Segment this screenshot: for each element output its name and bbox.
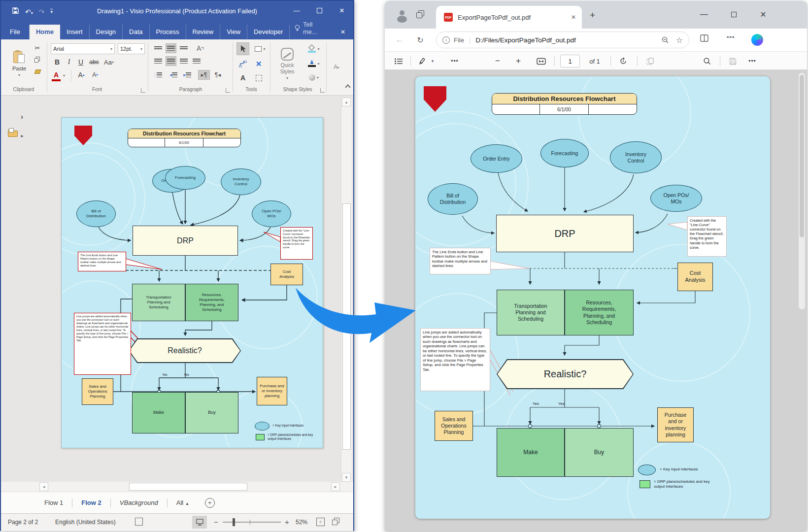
align-right-icon[interactable] [178, 56, 189, 66]
refresh-icon[interactable]: ↻ [413, 33, 427, 46]
stencil-icon[interactable]: ▸ [8, 129, 23, 139]
zoom-out-icon[interactable]: − [214, 518, 218, 526]
pen-dropdown-icon[interactable]: ▾ [428, 55, 437, 67]
shape-bill-of-distribution[interactable]: Bill of Distribution [76, 200, 116, 227]
tab-home[interactable]: Home [30, 25, 60, 39]
rotate-icon[interactable] [616, 55, 630, 67]
tab-insert[interactable]: Insert [60, 25, 90, 39]
connection-point-tool-icon[interactable]: ✕ [252, 58, 265, 70]
cut-icon[interactable]: ✂ [33, 43, 42, 52]
title-banner[interactable]: Distribution Resources Flowchart 6/1/00 [128, 129, 241, 147]
fill-icon[interactable]: ▾ [305, 43, 322, 54]
pd-more-icon[interactable]: ••• [448, 55, 462, 67]
presentation-mode-icon[interactable] [192, 516, 207, 529]
scroll-right-icon[interactable]: ▸ [331, 482, 340, 491]
tell-me-box[interactable]: Tell me... [290, 17, 333, 39]
tab-review[interactable]: Review [186, 25, 221, 39]
pdf-zoom-in-icon[interactable]: + [512, 55, 525, 67]
hscroll-thumb[interactable] [129, 483, 247, 491]
close-button[interactable]: ✕ [331, 1, 353, 20]
pdf-scroll-thumb[interactable] [800, 75, 804, 237]
toc-icon[interactable] [392, 55, 405, 67]
format-painter-icon[interactable] [33, 67, 42, 76]
address-url[interactable]: D:/Files/ExportPageToPdf_out.pdf [475, 36, 661, 44]
copy-icon[interactable] [33, 55, 42, 64]
font-color-dropdown[interactable]: ▾ [61, 71, 67, 80]
pdf-search-icon[interactable] [700, 55, 714, 67]
edge-close-button[interactable]: ✕ [752, 7, 774, 22]
connector-tool-icon[interactable] [236, 58, 249, 70]
underline-button[interactable]: U [76, 57, 86, 67]
tab-close-icon[interactable]: ✕ [571, 14, 576, 21]
undo-icon[interactable]: ↶▾ [25, 8, 33, 15]
shape-transportation[interactable]: Transportation Planning and Scheduling [132, 284, 185, 321]
callout-line-ends[interactable]: The Line Ends button and Line Pattern bu… [78, 252, 126, 271]
shape-forecasting[interactable]: Forecasting [165, 166, 205, 190]
transform-tool-icon[interactable] [252, 72, 265, 84]
save-icon[interactable] [12, 7, 19, 16]
font-dialog-launcher-icon[interactable] [141, 88, 145, 93]
font-name-select[interactable]: Arial▾ [51, 43, 115, 54]
scroll-up-icon[interactable]: ▴ [342, 98, 351, 106]
scroll-left-icon[interactable]: ◂ [39, 482, 48, 491]
bold-button[interactable]: B [52, 57, 62, 67]
zoom-slider[interactable] [223, 522, 281, 523]
decrease-indent-icon[interactable]: ◂ [168, 70, 179, 80]
pointer-tool-icon[interactable] [236, 42, 249, 55]
shape-purchase[interactable]: Purchase and or inventory planning [257, 377, 287, 405]
text-rotate-icon[interactable]: A↰ [194, 43, 207, 53]
shape-realistic[interactable]: Realistic? [129, 338, 241, 363]
shrink-font-button[interactable]: A▾ [90, 70, 101, 80]
pdf-save-icon[interactable] [726, 55, 740, 67]
pdf-scrollbar[interactable] [799, 73, 805, 309]
copilot-icon[interactable] [751, 34, 763, 46]
redo-icon[interactable]: ↷ [39, 8, 45, 15]
address-bar[interactable]: i File | D:/Files/ExportPageToPdf_out.pd… [436, 32, 689, 48]
fit-width-icon[interactable] [534, 55, 548, 67]
collapse-ribbon-icon[interactable] [343, 83, 353, 92]
page-indicator[interactable]: Page 2 of 2 [8, 519, 38, 526]
justify-icon[interactable] [191, 56, 202, 66]
strikethrough-button[interactable]: abc [88, 57, 101, 67]
tab-process[interactable]: Process [150, 25, 186, 39]
text-tool-icon[interactable]: A [236, 72, 249, 84]
grow-font-button[interactable]: A▴ [76, 70, 87, 80]
shape-make[interactable]: Make [132, 392, 185, 433]
quick-styles-button[interactable]: Quick Styles ▾ [273, 42, 302, 86]
align-center-icon[interactable] [166, 56, 176, 66]
shape-inventory-control[interactable]: Inventory Control [221, 168, 261, 195]
customize-qat-icon[interactable]: ▾ [50, 9, 53, 14]
font-color-button[interactable]: A [52, 70, 60, 80]
tab-view[interactable]: View [220, 25, 247, 39]
text-direction-ltr-icon[interactable]: ▸¶ [198, 70, 210, 80]
pdf-more-icon[interactable]: ••• [745, 55, 759, 67]
page-view-icon[interactable] [643, 55, 657, 67]
text-direction-rtl-icon[interactable]: ¶◂ [212, 70, 224, 80]
align-bottom-icon[interactable] [178, 43, 189, 53]
fit-page-icon[interactable]: ⊹ [316, 518, 325, 526]
expand-shapes-pane-icon[interactable]: › [21, 112, 23, 121]
callout-created-with[interactable]: Created with the "Line-Curve" connector … [280, 227, 313, 260]
visio-canvas-page[interactable]: Distribution Resources Flowchart 6/1/00 … [61, 117, 323, 448]
line-icon[interactable]: ▾ [305, 58, 322, 69]
bullets-icon[interactable]: : [153, 70, 164, 80]
change-case-button[interactable]: Aa▾ [102, 57, 115, 67]
paste-button[interactable]: Paste ▾ [8, 42, 31, 85]
page-tab-vbackground[interactable]: VBackground [111, 499, 167, 506]
edge-minimize-button[interactable]: — [693, 7, 715, 22]
rectangle-tool-icon[interactable]: ▾ [252, 42, 268, 55]
page-tab-flow2[interactable]: Flow 2 [72, 499, 110, 506]
tab-design[interactable]: Design [90, 25, 123, 39]
page-number-input[interactable] [560, 55, 580, 67]
pdf-zoom-out-icon[interactable]: − [491, 55, 504, 67]
ribbon-more-icon[interactable]: A ▸ [329, 61, 344, 73]
page-tab-all[interactable]: All ▲ [168, 499, 198, 506]
italic-button[interactable]: I [64, 57, 74, 67]
back-icon[interactable]: ← [393, 33, 406, 46]
shape-open-pos-mos[interactable]: Open POs/ MOs [252, 200, 291, 227]
shape-styles-dialog-launcher-icon[interactable] [320, 88, 325, 93]
zoom-in-icon[interactable]: + [285, 518, 289, 526]
tab-file[interactable]: File [1, 25, 30, 39]
increase-indent-icon[interactable]: ▸ [181, 70, 193, 80]
shape-resources[interactable]: Resources, Requirements, Planning, and S… [185, 284, 238, 321]
